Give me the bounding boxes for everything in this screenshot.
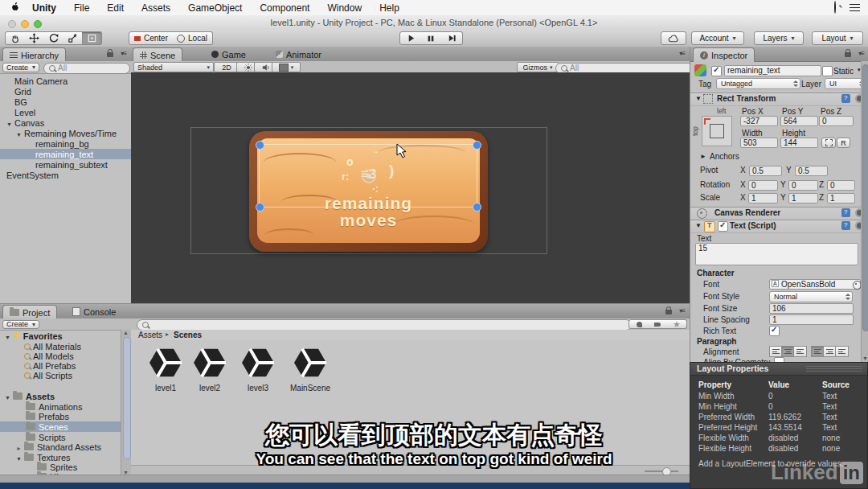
inspector-scrollbar[interactable]: ▼ — [861, 61, 868, 362]
hierarchy-item-canvas[interactable]: Canvas — [0, 117, 131, 128]
icon-size-slider-track[interactable] — [645, 471, 678, 472]
active-checkbox[interactable] — [711, 66, 722, 76]
hierarchy-item-main-camera[interactable]: Main Camera — [0, 76, 131, 86]
static-dropdown-icon[interactable]: ▾ — [858, 67, 861, 73]
scene-effects-dropdown[interactable]: ▾ — [272, 62, 301, 72]
pos-y-field[interactable]: 564 — [780, 116, 818, 126]
play-button[interactable] — [399, 31, 422, 45]
scene-viewport[interactable]: o r: ≡3 ) ·: ¨ remaining moves — [131, 72, 690, 303]
project-search-input[interactable] — [137, 319, 632, 331]
asset-level1[interactable]: level1 — [145, 344, 186, 392]
zoom-window-button[interactable] — [34, 20, 42, 28]
font-size-field[interactable]: 106 — [769, 303, 854, 314]
hierarchy-item-bg[interactable]: BG — [0, 97, 131, 107]
layout-dropdown[interactable]: Layout — [812, 31, 863, 45]
foldout-expanded-icon[interactable] — [16, 129, 24, 138]
pause-button[interactable] — [420, 31, 442, 45]
menu-help[interactable]: Help — [379, 2, 399, 14]
panel-menu-icon[interactable]: ▾≡ — [679, 307, 685, 314]
tab-scene[interactable]: Scene — [133, 47, 182, 62]
menu-component[interactable]: Component — [260, 2, 309, 14]
asset-store-filter-button[interactable] — [628, 319, 649, 329]
align-right-button[interactable] — [793, 346, 807, 357]
hierarchy-item-remaining-text[interactable]: remaining_text — [0, 149, 131, 159]
project-favorites-root[interactable]: ★Favorites — [0, 331, 125, 341]
gameobject-name-field[interactable]: remaining_text — [724, 65, 821, 76]
rotation-y-field[interactable]: 0 — [788, 180, 818, 191]
hierarchy-item-remaining-subtext[interactable]: remaining_subtext — [0, 159, 131, 170]
panel-menu-icon[interactable]: ▾≡ — [858, 50, 864, 57]
static-checkbox[interactable] — [822, 66, 833, 76]
raw-edit-mode-button[interactable]: R — [837, 138, 850, 148]
scale-z-field[interactable]: 1 — [827, 193, 855, 203]
height-field[interactable]: 144 — [780, 138, 818, 148]
lock-icon[interactable] — [665, 310, 672, 314]
help-book-icon[interactable] — [841, 208, 850, 217]
tag-dropdown[interactable]: Untagged — [716, 78, 800, 89]
pos-x-field[interactable]: -327 — [740, 116, 778, 126]
move-tool-button[interactable] — [24, 31, 44, 45]
asset-level2[interactable]: level2 — [190, 344, 230, 392]
close-window-button[interactable] — [8, 20, 16, 28]
foldout-collapsed-icon[interactable]: ► — [700, 153, 706, 160]
hierarchy-item-level[interactable]: Level — [0, 107, 131, 117]
hierarchy-item-eventsystem[interactable]: EventSystem — [0, 170, 131, 180]
scale-x-field[interactable]: 1 — [748, 193, 778, 203]
lock-icon[interactable] — [845, 52, 851, 57]
pivot-x-field[interactable]: 0.5 — [749, 166, 782, 176]
menu-file[interactable]: File — [74, 2, 89, 14]
shading-mode-dropdown[interactable]: Shaded▾ — [133, 62, 214, 72]
menu-assets[interactable]: Assets — [141, 2, 170, 14]
anchor-preset-widget[interactable] — [702, 116, 732, 146]
anchors-foldout-label[interactable]: Anchors — [710, 152, 739, 161]
rect-handle-top-right[interactable] — [473, 141, 481, 150]
font-style-dropdown[interactable]: Normal — [769, 291, 853, 302]
menu-edit[interactable]: Edit — [107, 2, 124, 14]
project-create-button[interactable]: Create — [2, 320, 39, 329]
rect-handle-bottom-right[interactable] — [473, 203, 481, 212]
help-book-icon[interactable] — [841, 94, 850, 103]
account-dropdown[interactable]: Account — [691, 31, 744, 45]
lock-icon[interactable] — [107, 52, 113, 57]
rich-text-checkbox[interactable] — [769, 326, 780, 336]
tab-animator[interactable]: Animator — [269, 47, 328, 61]
gizmos-dropdown[interactable]: Gizmos▾ — [517, 62, 559, 72]
hierarchy-create-button[interactable]: Create — [2, 63, 39, 72]
foldout-expanded-icon[interactable]: ▼ — [695, 222, 702, 229]
project-assets-root[interactable]: Assets — [0, 391, 125, 401]
pivot-gizmo[interactable] — [362, 169, 376, 183]
help-book-icon[interactable] — [841, 221, 850, 230]
foldout-expanded-icon[interactable] — [5, 392, 13, 401]
cloud-services-button[interactable] — [661, 31, 686, 45]
hand-tool-button[interactable] — [5, 31, 26, 45]
asset-level3[interactable]: level3 — [238, 344, 278, 392]
component-enabled-checkbox[interactable] — [718, 221, 728, 232]
minimize-window-button[interactable] — [21, 20, 29, 28]
foldout-expanded-icon[interactable] — [5, 331, 13, 341]
tab-inspector[interactable]: i Inspector — [693, 47, 755, 62]
hierarchy-search-input[interactable]: All — [43, 63, 130, 74]
blueprint-mode-button[interactable] — [821, 138, 836, 148]
rotate-tool-button[interactable] — [43, 31, 63, 45]
menu-unity[interactable]: Unity — [32, 2, 56, 14]
align-bottom-button[interactable] — [835, 346, 849, 357]
rect-handle-top-left[interactable] — [256, 141, 264, 150]
spotlight-search-icon[interactable] — [834, 2, 838, 13]
tab-game[interactable]: Game — [205, 47, 252, 61]
favorites-filter-button[interactable]: ★ — [667, 319, 687, 329]
pivot-y-field[interactable]: 0.5 — [795, 166, 828, 176]
pivot-local-button[interactable]: Local — [172, 31, 213, 45]
panel-menu-icon[interactable]: ▾≡ — [121, 50, 126, 57]
asset-mainscene[interactable]: MainScene — [286, 344, 334, 392]
rotation-x-field[interactable]: 0 — [748, 180, 778, 191]
notification-center-icon[interactable] — [850, 4, 860, 11]
rotation-z-field[interactable]: 0 — [827, 180, 855, 191]
tab-project[interactable]: Project — [2, 305, 57, 319]
apple-menu-icon[interactable] — [10, 1, 20, 14]
panel-menu-icon[interactable]: ▾≡ — [679, 50, 685, 57]
tab-hierarchy[interactable]: Hierarchy — [2, 47, 66, 62]
foldout-expanded-icon[interactable] — [6, 118, 14, 128]
hierarchy-item-remaining-bg[interactable]: remaining_bg — [0, 138, 131, 149]
rect-handle-bottom-left[interactable] — [256, 203, 264, 212]
line-spacing-field[interactable]: 1 — [769, 314, 854, 325]
